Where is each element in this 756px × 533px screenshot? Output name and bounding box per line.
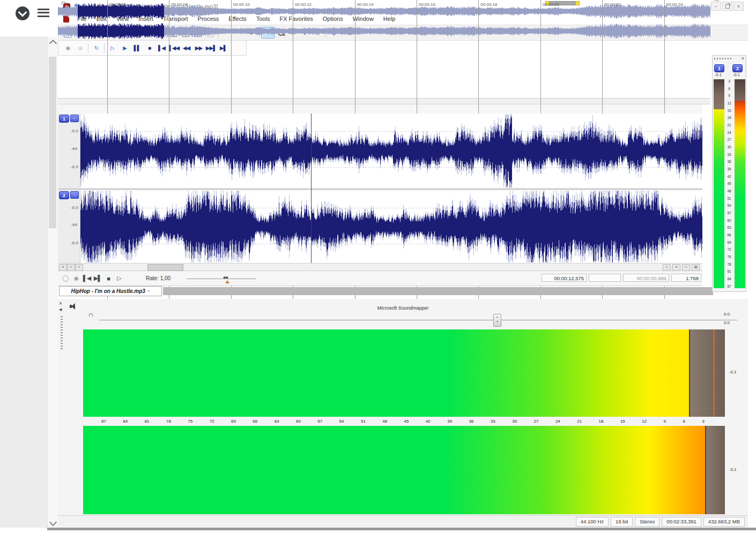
zoom-out-time-button[interactable]: − [682,264,690,271]
vu-meter-channel-1[interactable] [714,79,724,288]
rate-value[interactable]: 1,00 [160,275,171,281]
go-to-end-icon[interactable]: ▶▌ [92,274,103,283]
loop-playback-icon[interactable]: ↻ [90,43,102,54]
meter-1-peak-value[interactable]: -0.1 [729,370,737,374]
waveform-channel-1[interactable] [80,114,702,188]
vu-scale-label: 15 [725,109,733,112]
zoom-out-button[interactable]: − [67,264,75,271]
dock-grip-handle[interactable] [61,316,63,350]
toolbar-separator [104,43,105,53]
vu-scale-label: 42 [725,175,733,178]
vu-scale-label: 84 [725,277,733,281]
vu-scale-label: 30 [725,145,733,149]
record-icon[interactable]: ◯ [60,274,71,283]
meter-2-level-fill [83,426,705,514]
meter-1-peak-marker [713,329,715,417]
zoom-overview-button[interactable]: ⊕ [692,264,700,271]
channel-1-peak-value[interactable]: -0.1 [715,72,722,77]
page-vertical-scrollbar[interactable] [47,36,58,528]
status-field: Stereo [635,517,659,527]
channel-1-minimize-button[interactable]: – [70,115,79,122]
meter-scale-label: 33 [491,419,495,424]
meter-channel-2-button[interactable]: 2 [732,64,743,72]
waveform-channel-2[interactable] [80,190,702,263]
channel-1[interactable]: 1 – -6.0 -Inf. -6.0 [58,114,702,188]
rate-label-group: Rate: 1,00 [146,275,171,281]
status-field: 432.683,2 MB [703,517,745,527]
record-icon[interactable]: ◉ [62,43,74,54]
rate-slider-track[interactable] [187,279,256,279]
stop-icon[interactable]: ■ [103,274,114,283]
horizontal-scroll-row: + − ‹ › + − ⊕ [58,263,702,271]
channel-2-peak-value[interactable]: -0.1 [733,72,740,77]
meter-scale-label: 72 [210,419,214,424]
go-to-start-icon[interactable]: ▌◀ [81,274,92,283]
db-label: -Inf. [71,146,78,151]
play-icon[interactable]: ▷ [114,274,124,283]
vu-scale-label: 63 [725,226,733,229]
position-readout[interactable]: 00:00:12,575 [542,274,587,282]
meter-scale-label: 87 [101,419,106,424]
hamburger-menu-icon[interactable] [38,9,49,17]
scroll-left-button[interactable]: ‹ [75,264,83,271]
zoom-in-time-button[interactable]: + [672,264,680,271]
vu-scale-label: 3 [725,79,733,83]
vu-scale-label: 72 [725,247,733,251]
meter-scale-label: 24 [555,419,560,424]
db-label: -6.0 [71,241,78,245]
channel-1-wave-area[interactable] [80,114,702,188]
meter-scale-label: 66 [253,419,257,424]
meter-scale-label: 54 [339,419,344,424]
rate-slider-handle[interactable]: ◆◆ [223,275,228,280]
output-meter-1[interactable] [83,329,724,417]
meter-scale-label: 21 [577,419,582,424]
channel-2[interactable]: 2 – -6.0 -Inf. -6.0 [58,190,702,263]
meter-scale-label: 81 [145,419,150,424]
record-remote-icon[interactable]: ◉ [74,43,86,54]
meter-scale-label: 27 [534,419,539,424]
pocket-button[interactable] [16,6,29,20]
channel-1-badge[interactable]: 1 [59,115,69,123]
zoom-ratio-readout[interactable]: 1:768 [671,274,701,282]
record-mode-icon[interactable]: ◉ [71,274,81,283]
meter-scale-label: 36 [469,419,474,424]
vu-meter-scale: 3691215182124273033363942454851545760636… [725,79,733,288]
meter-scale-label: 48 [382,419,387,424]
child-close-button[interactable]: × [733,2,744,11]
panel-grip-handle[interactable] [714,58,732,59]
waveform-editor: 1 – -6.0 -Inf. -6.0 2 – [58,114,702,263]
meter-scale-label: 15 [620,419,625,424]
vu-scale-label: 48 [725,189,733,193]
scroll-down-arrow-icon[interactable] [49,519,57,526]
panel-close-icon[interactable]: × [742,56,744,61]
channel-2-minimize-button[interactable]: – [70,191,79,199]
playback-cursor[interactable] [311,114,312,263]
output-gain-slider-track[interactable] [99,320,737,320]
meter-1-level-fill [83,329,689,417]
scrollbar-thumb[interactable] [49,57,56,228]
meter-channel-1-button[interactable]: 1 [714,64,724,72]
output-gain-slider-handle[interactable]: ▴▾ [493,314,501,327]
meter-scale-label: 75 [188,419,192,424]
vu-meter-channel-2[interactable] [735,79,745,288]
channel-2-badge[interactable]: 2 [59,191,69,199]
scroll-right-button[interactable]: › [663,264,671,271]
meter-scale-label: 57 [317,419,322,424]
vu-scale-label: 69 [725,241,733,244]
meter-scale-label: 84 [123,419,128,424]
vu-scale-label: 60 [725,219,733,222]
selection-length-readout[interactable]: 00:00:00,986 [623,274,669,282]
scroll-up-arrow-icon[interactable] [49,40,57,47]
selection-start-readout[interactable] [589,274,621,282]
document-tab[interactable]: HipHop - I'm on a Hustle.mp3 = [59,286,162,296]
vu-scale-label: 45 [725,182,733,185]
output-meter-2[interactable] [83,426,724,514]
meter-2-peak-value[interactable]: -0.1 [729,467,737,472]
left-gray-strip [0,36,47,528]
channel-2-wave-area[interactable] [80,190,702,263]
screenshot-root: Sound Forge Pro 11.0 - [HipHop - I'm on … [0,0,756,533]
horizontal-scrollbar-thumb[interactable] [147,264,183,271]
channel-2-gutter: 2 – -6.0 -Inf. -6.0 [58,190,80,263]
soundforge-window: Sound Forge Pro 11.0 - [HipHop - I'm on … [58,0,748,528]
zoom-in-button[interactable]: + [59,264,67,271]
